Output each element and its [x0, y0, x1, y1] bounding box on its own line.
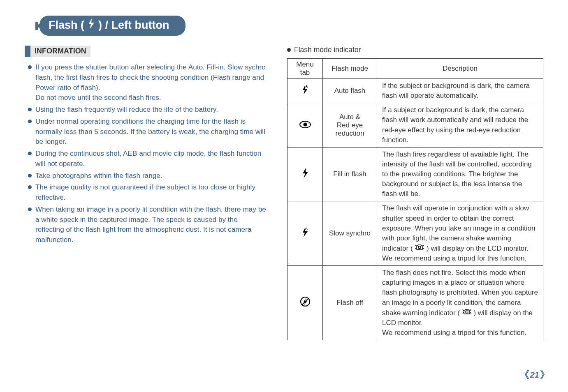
slow-synchro-icon: S	[300, 227, 311, 240]
mode-cell: Flash off	[323, 266, 377, 340]
table-row: Fill in flash The flash fires regardless…	[287, 147, 543, 201]
page-title: Flash ( ) / Left button	[39, 16, 185, 36]
mode-cell: Auto flash	[323, 79, 377, 103]
info-item: The image quality is not guaranteed if t…	[28, 182, 267, 203]
info-subline: Do not move until the second flash fires…	[28, 92, 267, 103]
svg-point-7	[466, 311, 468, 313]
info-item: Take photographs within the flash range.	[28, 171, 267, 181]
svg-text:A: A	[305, 84, 308, 88]
camera-shake-icon	[462, 308, 472, 315]
title-suffix: ) / Left button	[98, 19, 169, 32]
info-item: If you press the shutter button after se…	[28, 62, 267, 92]
mode-cell: Fill in flash	[323, 147, 377, 201]
flash-icon	[88, 18, 95, 32]
redeye-icon	[299, 119, 311, 131]
info-item: During the continuous shot, AEB and movi…	[28, 148, 267, 169]
col-desc: Description	[377, 59, 543, 79]
page-title-container: Flash ( ) / Left button	[25, 16, 543, 36]
desc-cell: The flash fires regardless of available …	[377, 147, 543, 201]
table-row: Auto & Red eye reduction If a subject or…	[287, 103, 543, 148]
auto-flash-icon: A	[300, 84, 311, 98]
svg-point-4	[418, 246, 421, 249]
desc-cell: If a subject or background is dark, the …	[377, 103, 543, 148]
information-panel: INFORMATION If you press the shutter but…	[25, 46, 268, 340]
table-lead: Flash mode indicator	[287, 46, 543, 54]
desc-cell: The flash does not fire. Select this mod…	[377, 266, 543, 340]
table-row: S Slow synchro The flash will operate in…	[287, 201, 543, 266]
info-item: Using the flash frequently will reduce t…	[28, 104, 267, 115]
flash-mode-table: Menu tab Flash mode Description A Auto f…	[287, 58, 543, 340]
page-number: 《21》	[519, 368, 550, 381]
camera-shake-icon	[415, 243, 424, 251]
col-mode: Flash mode	[323, 59, 377, 79]
info-item: When taking an image in a poorly lit con…	[28, 204, 267, 245]
desc-cell: The flash will operate in conjunction wi…	[377, 201, 543, 266]
table-row: A Auto flash If the subject or backgroun…	[287, 79, 543, 103]
mode-cell: Slow synchro	[323, 201, 377, 266]
information-heading: INFORMATION	[25, 46, 90, 57]
mode-cell: Auto & Red eye reduction	[323, 103, 377, 148]
title-prefix: Flash (	[49, 19, 84, 32]
info-item: Under normal operating conditions the ch…	[28, 116, 267, 147]
col-menu: Menu tab	[287, 59, 323, 79]
flash-off-icon	[299, 296, 311, 310]
fill-flash-icon	[301, 167, 310, 182]
flash-table-panel: Flash mode indicator Menu tab Flash mode…	[287, 46, 543, 340]
desc-cell: If the subject or background is dark, th…	[377, 79, 543, 103]
table-row: Flash off The flash does not fire. Selec…	[287, 266, 543, 340]
svg-point-2	[303, 123, 307, 127]
svg-text:S: S	[305, 227, 308, 231]
